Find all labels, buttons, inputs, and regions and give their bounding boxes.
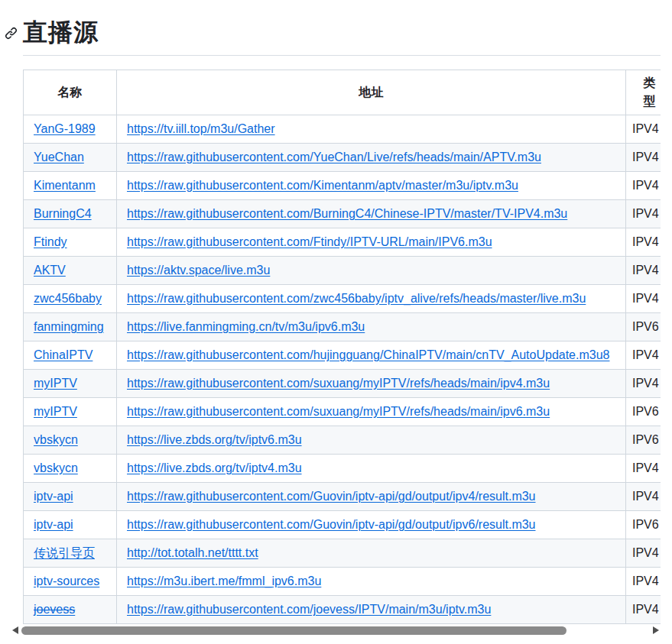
source-url-cell: https://raw.githubusercontent.com/Burnin… <box>117 200 626 228</box>
table-header-row: 名称 地址 类型 <box>24 70 661 115</box>
table-row: BurningC4https://raw.githubusercontent.c… <box>24 200 661 228</box>
horizontal-scrollbar[interactable] <box>12 625 659 635</box>
source-name-link[interactable]: vbskycn <box>34 433 78 446</box>
table-row: Ftindyhttps://raw.githubusercontent.com/… <box>24 228 661 257</box>
source-name-link[interactable]: iptv-sources <box>34 574 99 587</box>
source-url-cell: https://tv.iill.top/m3u/Gather <box>117 115 626 144</box>
source-url-cell: http://tot.totalh.net/tttt.txt <box>117 539 626 568</box>
column-header-address: 地址 <box>117 70 626 115</box>
source-name-cell: BurningC4 <box>24 200 117 228</box>
ip-type-cell: IPV4 <box>626 539 661 568</box>
table-row: YueChanhttps://raw.githubusercontent.com… <box>24 144 661 172</box>
ip-type-cell: IPV6 <box>626 313 661 341</box>
source-name-cell: YueChan <box>24 144 117 172</box>
source-url-link[interactable]: https://raw.githubusercontent.com/suxuan… <box>127 405 550 418</box>
source-name-link[interactable]: myIPTV <box>34 377 77 390</box>
source-name-cell: iptv-api <box>24 511 117 539</box>
source-url-link[interactable]: https://raw.githubusercontent.com/joeves… <box>127 603 491 616</box>
source-name-link[interactable]: AKTV <box>34 264 66 277</box>
ip-type-cell: IPV4 <box>626 483 661 511</box>
source-url-link[interactable]: https://aktv.space/live.m3u <box>127 264 270 277</box>
source-name-cell: fanmingming <box>24 313 117 341</box>
ip-type-cell: IPV4 <box>626 200 661 228</box>
source-name-link[interactable]: ChinaIPTV <box>34 348 93 361</box>
source-name-link[interactable]: Ftindy <box>34 235 67 248</box>
ip-type-cell: IPV4 <box>626 341 661 370</box>
table-row: Kimentanmhttps://raw.githubusercontent.c… <box>24 172 661 200</box>
source-url-link[interactable]: https://raw.githubusercontent.com/hujing… <box>127 348 609 361</box>
table-body: YanG-1989https://tv.iill.top/m3u/GatherI… <box>24 115 661 624</box>
ip-type-cell: IPV4 <box>626 370 661 398</box>
table-row: fanmingminghttps://live.fanmingming.cn/t… <box>24 313 661 341</box>
table-row: 传说引导页http://tot.totalh.net/tttt.txtIPV4 <box>24 539 661 568</box>
source-url-cell: https://raw.githubusercontent.com/Ftindy… <box>117 228 626 257</box>
source-url-link[interactable]: https://raw.githubusercontent.com/Burnin… <box>127 207 567 220</box>
source-url-link[interactable]: https://live.zbds.org/tv/iptv4.m3u <box>127 461 302 474</box>
source-name-cell: myIPTV <box>24 398 117 426</box>
source-url-cell: https://raw.githubusercontent.com/zwc456… <box>117 285 626 313</box>
source-name-link[interactable]: iptv-api <box>34 490 73 503</box>
source-url-cell: https://live.zbds.org/tv/iptv4.m3u <box>117 455 626 483</box>
source-url-cell: https://raw.githubusercontent.com/joeves… <box>117 596 626 624</box>
source-name-cell: AKTV <box>24 257 117 285</box>
source-url-link[interactable]: https://raw.githubusercontent.com/Kiment… <box>127 179 518 192</box>
ip-type-cell: IPV4 <box>626 257 661 285</box>
scrollbar-track[interactable] <box>21 626 650 635</box>
source-name-link[interactable]: iptv-api <box>34 518 73 531</box>
source-url-cell: https://raw.githubusercontent.com/hujing… <box>117 341 626 370</box>
ip-type-cell: IPV4 <box>626 172 661 200</box>
source-url-cell: https://raw.githubusercontent.com/Guovin… <box>117 511 626 539</box>
table-row: vbskycnhttps://live.zbds.org/tv/iptv4.m3… <box>24 455 661 483</box>
source-url-cell: https://live.fanmingming.cn/tv/m3u/ipv6.… <box>117 313 626 341</box>
source-url-link[interactable]: http://tot.totalh.net/tttt.txt <box>127 546 258 559</box>
source-url-link[interactable]: https://raw.githubusercontent.com/suxuan… <box>127 377 550 390</box>
table-row: iptv-apihttps://raw.githubusercontent.co… <box>24 483 661 511</box>
column-header-name-label: 名称 <box>58 86 83 99</box>
ip-type-cell: IPV4 <box>626 144 661 172</box>
table-row: joevesshttps://raw.githubusercontent.com… <box>24 596 661 624</box>
source-name-link[interactable]: YueChan <box>34 150 84 163</box>
column-header-type: 类型 <box>626 70 661 115</box>
source-name-link[interactable]: myIPTV <box>34 405 77 418</box>
source-url-link[interactable]: https://raw.githubusercontent.com/YueCha… <box>127 150 541 163</box>
source-name-link[interactable]: vbskycn <box>34 461 78 474</box>
source-name-cell: Ftindy <box>24 228 117 257</box>
source-name-link[interactable]: Kimentanm <box>34 179 96 192</box>
sources-table-container[interactable]: 名称 地址 类型 YanG-1989https://tv.iill.top/m3… <box>23 70 661 624</box>
scrollbar-thumb[interactable] <box>21 626 566 635</box>
column-header-address-label: 地址 <box>359 86 384 99</box>
ip-type-cell: IPV6 <box>626 511 661 539</box>
source-url-cell: https://live.zbds.org/tv/iptv6.m3u <box>117 426 626 455</box>
source-url-link[interactable]: https://raw.githubusercontent.com/Guovin… <box>127 490 536 503</box>
table-row: vbskycnhttps://live.zbds.org/tv/iptv6.m3… <box>24 426 661 455</box>
source-name-cell: vbskycn <box>24 426 117 455</box>
source-name-cell: ChinaIPTV <box>24 341 117 370</box>
source-url-link[interactable]: https://raw.githubusercontent.com/Ftindy… <box>127 235 492 248</box>
source-name-link[interactable]: BurningC4 <box>34 207 92 220</box>
source-name-link[interactable]: YanG-1989 <box>34 122 96 135</box>
scroll-right-arrow-icon[interactable] <box>653 626 659 634</box>
source-name-link[interactable]: fanmingming <box>34 320 104 333</box>
link-icon[interactable] <box>5 27 18 40</box>
table-row: iptv-apihttps://raw.githubusercontent.co… <box>24 511 661 539</box>
source-url-link[interactable]: https://raw.githubusercontent.com/Guovin… <box>127 518 536 531</box>
source-url-link[interactable]: https://raw.githubusercontent.com/zwc456… <box>127 292 586 305</box>
ip-type-cell: IPV4 <box>626 115 661 144</box>
source-url-link[interactable]: https://tv.iill.top/m3u/Gather <box>127 122 275 135</box>
source-url-link[interactable]: https://m3u.ibert.me/fmml_ipv6.m3u <box>127 574 321 587</box>
sources-table: 名称 地址 类型 YanG-1989https://tv.iill.top/m3… <box>23 70 661 624</box>
table-row: zwc456babyhttps://raw.githubusercontent.… <box>24 285 661 313</box>
source-name-link[interactable]: joevess <box>34 603 75 616</box>
source-url-cell: https://aktv.space/live.m3u <box>117 257 626 285</box>
ip-type-cell: IPV6 <box>626 398 661 426</box>
source-name-link[interactable]: 传说引导页 <box>34 546 95 559</box>
table-row: myIPTVhttps://raw.githubusercontent.com/… <box>24 398 661 426</box>
source-url-link[interactable]: https://live.zbds.org/tv/iptv6.m3u <box>127 433 302 446</box>
scroll-left-arrow-icon[interactable] <box>12 626 18 634</box>
table-row: YanG-1989https://tv.iill.top/m3u/GatherI… <box>24 115 661 144</box>
source-name-cell: Kimentanm <box>24 172 117 200</box>
source-name-cell: zwc456baby <box>24 285 117 313</box>
source-name-link[interactable]: zwc456baby <box>34 292 102 305</box>
column-header-name: 名称 <box>24 70 117 115</box>
source-url-link[interactable]: https://live.fanmingming.cn/tv/m3u/ipv6.… <box>127 320 365 333</box>
